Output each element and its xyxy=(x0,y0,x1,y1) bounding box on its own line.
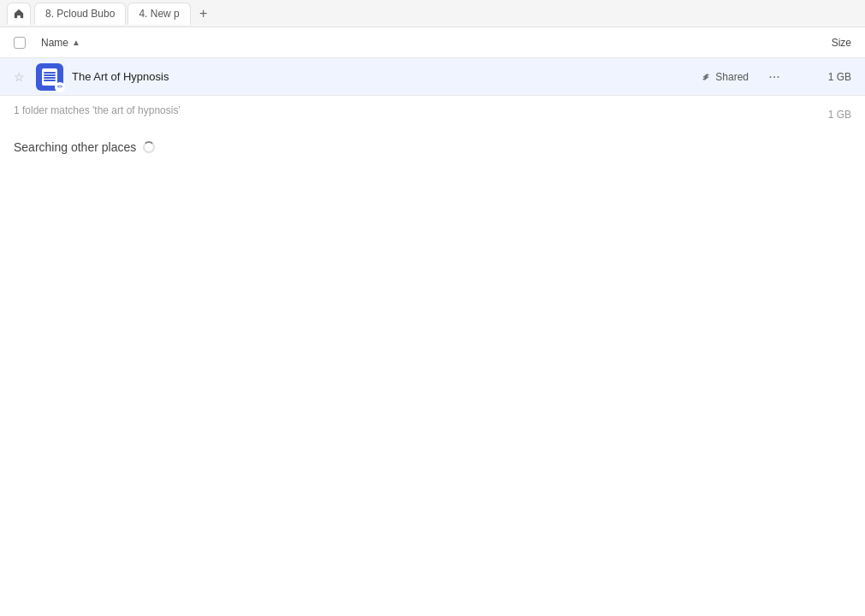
loading-spinner xyxy=(143,141,155,153)
searching-label: Searching other places xyxy=(14,140,136,154)
pencil-badge-icon: ✏ xyxy=(55,82,65,92)
match-text: 1 folder matches 'the art of hypnosis' xyxy=(0,96,194,133)
file-page-icon xyxy=(42,68,57,86)
file-icon: ✏ xyxy=(36,63,63,91)
home-tab[interactable] xyxy=(7,3,31,25)
tab-pcloud-bubo[interactable]: 8. Pcloud Bubo xyxy=(34,3,126,25)
shared-badge: Shared xyxy=(700,71,749,83)
searching-section: Searching other places xyxy=(0,133,865,161)
match-row: 1 folder matches 'the art of hypnosis' 1… xyxy=(0,96,865,133)
tab-new-p[interactable]: 4. New p xyxy=(127,3,190,25)
checkbox-icon xyxy=(14,37,26,49)
file-size-value: 1 GB xyxy=(800,71,851,83)
tab-bar: 8. Pcloud Bubo 4. New p + xyxy=(0,0,865,27)
file-name-label: The Art of Hypnosis xyxy=(72,70,700,83)
star-icon[interactable]: ☆ xyxy=(14,70,31,84)
match-size: 1 GB xyxy=(828,109,865,121)
new-tab-button[interactable]: + xyxy=(193,3,215,25)
column-header-row: Name ▲ Size xyxy=(0,27,865,58)
size-column-header[interactable]: Size xyxy=(783,37,851,49)
select-all-checkbox[interactable] xyxy=(14,37,34,49)
sort-arrow-icon: ▲ xyxy=(72,38,80,47)
more-options-button[interactable]: ··· xyxy=(762,65,786,89)
link-icon xyxy=(700,71,712,83)
home-icon xyxy=(13,8,25,20)
file-row[interactable]: ☆ ✏ The Art of Hypnosis Shared ··· 1 GB xyxy=(0,58,865,96)
name-column-header[interactable]: Name ▲ xyxy=(41,37,783,49)
